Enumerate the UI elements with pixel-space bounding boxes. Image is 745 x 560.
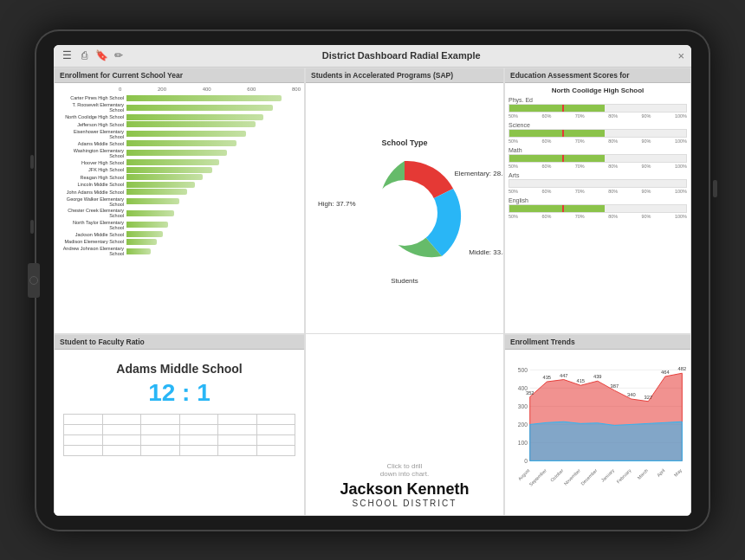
sf-table-cell bbox=[218, 414, 257, 424]
svg-text:340: 340 bbox=[627, 392, 636, 397]
enrollment-bar-container bbox=[126, 198, 297, 204]
donut-chart[interactable]: High: 37.7% Elementary: 28.5% Middle: 33… bbox=[344, 152, 465, 274]
svg-text:415: 415 bbox=[576, 378, 585, 383]
assessment-bar-row bbox=[509, 179, 687, 188]
sf-table-cell bbox=[256, 445, 295, 455]
tablet-screen: ☰ ⎙ 🔖 ✏ District Dashboard Radial Exampl… bbox=[54, 45, 691, 516]
enrollment-panel: Enrollment for Current School Year 0 200… bbox=[54, 68, 305, 334]
sf-table-cell bbox=[64, 424, 103, 434]
trends-content: 5004003002001000352435447415439387340327… bbox=[505, 350, 690, 514]
enrollment-row: Madison Elementary School bbox=[62, 239, 297, 245]
svg-text:March: March bbox=[636, 467, 649, 480]
enrollment-bar-container bbox=[126, 167, 297, 173]
sf-school-name: Adams Middle School bbox=[116, 362, 242, 376]
enrollment-row: Chester Creek Elementary School bbox=[62, 208, 297, 218]
sf-table-cell bbox=[64, 445, 103, 455]
svg-text:0: 0 bbox=[524, 458, 528, 464]
title-bar: ☰ ⎙ 🔖 ✏ District Dashboard Radial Exampl… bbox=[54, 45, 691, 68]
enrollment-bar bbox=[126, 167, 212, 173]
share-icon[interactable]: ⎙ bbox=[78, 49, 90, 61]
assessment-bar-fill bbox=[509, 155, 605, 162]
svg-text:100: 100 bbox=[518, 440, 528, 446]
enrollment-school-label: Andrew Johnson Elementary School bbox=[62, 246, 124, 256]
enrollment-school-label: T. Roosevelt Elementary School bbox=[62, 102, 124, 113]
svg-text:August: August bbox=[517, 467, 531, 480]
volume-down-button[interactable] bbox=[30, 220, 34, 234]
sf-table bbox=[63, 414, 295, 456]
svg-text:October: October bbox=[549, 467, 565, 483]
enrollment-content: 0 200 400 600 800 Carter Pines High Scho… bbox=[55, 83, 304, 332]
subject-label: Phys. Ed bbox=[509, 97, 533, 103]
sf-table-cell bbox=[179, 424, 218, 434]
svg-text:April: April bbox=[656, 467, 666, 478]
sf-table-row bbox=[64, 424, 295, 434]
sf-table-cell bbox=[102, 414, 141, 424]
enrollment-school-label: Chester Creek Elementary School bbox=[62, 208, 124, 218]
power-button[interactable] bbox=[713, 180, 717, 197]
sap-panel: Students in Accelerated Programs (SAP) S… bbox=[305, 68, 504, 334]
dashboard: Enrollment for Current School Year 0 200… bbox=[54, 68, 691, 516]
close-button[interactable]: × bbox=[677, 49, 684, 62]
enrollment-school-label: Washington Elementary School bbox=[62, 148, 124, 158]
enrollment-bar-container bbox=[126, 105, 297, 111]
sf-table-cell bbox=[141, 445, 180, 455]
enrollment-row: Reagan High School bbox=[62, 174, 297, 180]
enrollment-row: George Walker Elementary School bbox=[62, 196, 297, 207]
sf-table-cell bbox=[141, 414, 180, 424]
svg-point-0 bbox=[372, 180, 437, 246]
menu-icon[interactable]: ☰ bbox=[61, 49, 73, 61]
enrollment-school-label: Eisenhower Elementary School bbox=[62, 129, 124, 139]
enrollment-bar bbox=[126, 150, 227, 156]
home-button[interactable] bbox=[28, 263, 40, 298]
enrollment-school-label: George Walker Elementary School bbox=[62, 196, 124, 207]
enrollment-bar bbox=[126, 174, 203, 180]
sf-table-cell bbox=[218, 445, 257, 455]
svg-text:300: 300 bbox=[518, 403, 528, 409]
enrollment-bar-container bbox=[126, 231, 297, 237]
trends-header: Enrollment Trends bbox=[505, 335, 690, 350]
enrollment-row: North Taylor Elementary School bbox=[62, 220, 297, 230]
bookmark-icon[interactable]: 🔖 bbox=[95, 49, 107, 61]
assessment-bar-track bbox=[509, 179, 687, 188]
enrollment-bar bbox=[126, 114, 263, 120]
enrollment-school-label: Madison Elementary School bbox=[62, 239, 124, 244]
edit-icon[interactable]: ✏ bbox=[113, 49, 125, 61]
district-name: Jackson Kenneth bbox=[340, 481, 469, 499]
volume-up-button[interactable] bbox=[30, 155, 34, 169]
assessment-axis: 50%60%70%80%90%100% bbox=[509, 113, 687, 119]
enrollment-bar bbox=[126, 159, 219, 165]
home-button-inner bbox=[29, 276, 38, 285]
sf-table-cell bbox=[218, 424, 257, 434]
enrollment-bar-container bbox=[126, 150, 297, 156]
sf-table-cell bbox=[141, 434, 180, 445]
svg-text:327: 327 bbox=[645, 394, 653, 399]
donut-container: School Type bbox=[309, 87, 500, 329]
enrollment-trends-panel: Enrollment Trends 5004003002001000352435… bbox=[504, 334, 691, 516]
sf-table-cell bbox=[256, 414, 295, 424]
assessment-panel: Education Assessment Scores for North Co… bbox=[504, 68, 691, 334]
enrollment-bar bbox=[126, 140, 236, 146]
assessment-bar-fill bbox=[509, 105, 605, 112]
enrollment-school-label: Hoover High School bbox=[62, 160, 124, 165]
subject-label: Science bbox=[509, 122, 530, 128]
svg-text:352: 352 bbox=[526, 389, 534, 395]
assessment-bar-row bbox=[509, 104, 687, 113]
sf-table-cell bbox=[64, 434, 103, 445]
svg-text:200: 200 bbox=[518, 422, 528, 428]
enrollment-school-label: Carter Pines High School bbox=[62, 95, 124, 100]
enrollment-row: North Coolidge High School bbox=[62, 114, 297, 120]
district-logo-panel: Click to drilldown into chart. Jackson K… bbox=[305, 334, 504, 516]
assessment-bar-marker bbox=[562, 105, 564, 112]
svg-text:435: 435 bbox=[542, 375, 551, 380]
enrollment-school-label: Lincoln Middle School bbox=[62, 182, 124, 187]
enrollment-axis: 0 200 400 600 800 bbox=[58, 87, 301, 93]
enrollment-bar-container bbox=[126, 239, 297, 245]
assessment-school-name: North Coolidge High School bbox=[509, 87, 687, 94]
subject-label: Arts bbox=[509, 172, 519, 178]
enrollment-chart: Carter Pines High SchoolT. Roosevelt Ele… bbox=[58, 93, 301, 259]
sf-table-cell bbox=[64, 414, 103, 424]
enrollment-bar-container bbox=[126, 174, 297, 180]
enrollment-bar-container bbox=[126, 189, 297, 195]
enrollment-header: Enrollment for Current School Year bbox=[55, 68, 304, 83]
donut-label-high: High: 37.7% bbox=[318, 200, 356, 208]
